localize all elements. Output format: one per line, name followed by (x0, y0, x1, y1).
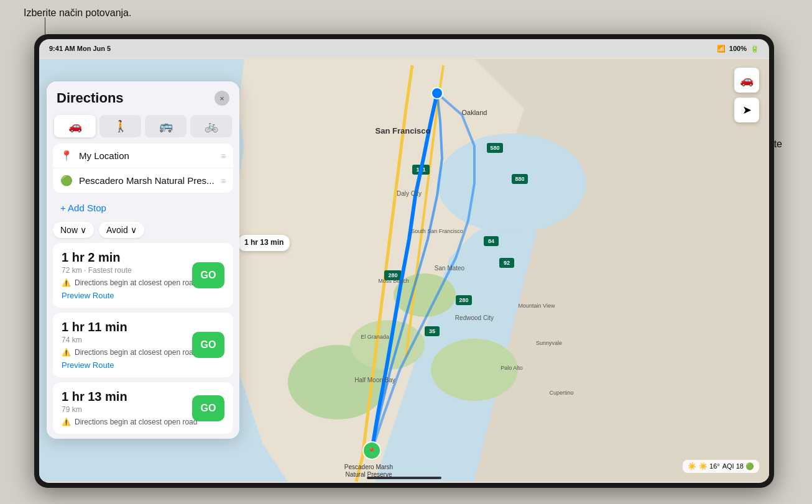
wifi-icon: 📶 (717, 45, 726, 53)
map-location-button[interactable]: ➤ (734, 98, 759, 122)
waypoint-start-handle: ≡ (221, 151, 226, 161)
svg-point-7 (437, 134, 586, 233)
weather-icon: ☀️ (688, 462, 696, 470)
svg-text:San Mateo: San Mateo (435, 265, 465, 272)
status-time: 9:41 AM Mon Jun 5 (49, 45, 111, 52)
svg-text:Pescadero Marsh: Pescadero Marsh (344, 464, 393, 470)
svg-text:El Granada: El Granada (361, 334, 389, 340)
waypoint-end-icon: 🟢 (60, 175, 73, 186)
status-bar: 9:41 AM Mon Jun 5 📶 100% 🔋 (39, 39, 769, 58)
battery-label: 100% (729, 45, 747, 52)
warning-icon-0: ⚠️ (62, 278, 71, 287)
svg-text:580: 580 (490, 145, 499, 151)
preview-link-0[interactable]: Preview Route (62, 291, 224, 300)
waypoint-end-handle: ≡ (221, 176, 226, 186)
home-indicator (367, 477, 441, 479)
warning-icon-2: ⚠️ (62, 418, 71, 426)
svg-text:880: 880 (515, 176, 524, 182)
weather-badge: ☀️ ☀️ 16° AQI 18 🟢 (683, 460, 759, 473)
ipad-screen: 9:41 AM Mon Jun 5 📶 100% 🔋 (39, 39, 769, 483)
svg-text:92: 92 (504, 260, 510, 266)
tab-car[interactable]: 🚗 (54, 115, 96, 137)
tab-walk[interactable]: 🚶 (99, 115, 141, 137)
waypoints-container: 📍 My Location ≡ 🟢 Pescadero Marsh Natura… (53, 144, 233, 193)
add-stop-button[interactable]: + Add Stop (47, 198, 239, 219)
preview-link-1[interactable]: Preview Route (62, 360, 224, 370)
svg-text:Moss Beach: Moss Beach (378, 278, 409, 284)
svg-text:35: 35 (429, 328, 435, 334)
waypoint-end-label: Pescadero Marsh Natural Pres... (79, 175, 215, 186)
go-button-1[interactable]: GO (192, 332, 224, 358)
weather-temp: ☀️ 16° (699, 462, 720, 470)
svg-text:Mountain View: Mountain View (519, 303, 555, 309)
warning-text-2: Directions begin at closest open road (75, 418, 197, 426)
battery-icon: 🔋 (750, 45, 759, 53)
svg-text:Sunnyvale: Sunnyvale (536, 340, 562, 346)
options-row: Now ∨ Avoid ∨ (47, 219, 239, 243)
warning-text-1: Directions begin at closest open road (75, 348, 197, 357)
svg-text:Palo Alto: Palo Alto (501, 365, 523, 371)
route-card-1: 1 hr 11 min 74 km ⚠️ Directions begin at… (53, 313, 233, 377)
directions-panel: Directions × 🚗 🚶 🚌 🚲 📍 My Location ≡ (47, 81, 239, 439)
go-button-2[interactable]: GO (192, 395, 224, 421)
route-card-0: 1 hr 2 min 72 km · Fastest route ⚠️ Dire… (53, 243, 233, 308)
map-car-button[interactable]: 🚗 (734, 68, 759, 93)
svg-text:San Francisco: San Francisco (376, 126, 431, 135)
go-button-0[interactable]: GO (192, 262, 224, 288)
avoid-option[interactable]: Avoid ∨ (99, 222, 144, 238)
panel-header: Directions × (47, 81, 239, 112)
svg-text:Half Moon Bay: Half Moon Bay (354, 377, 395, 383)
annotation-top: Izberite način potovanja. (24, 7, 131, 19)
map-area: 101 280 📍 San Francisco Oakland (39, 58, 769, 483)
svg-text:280: 280 (459, 297, 468, 303)
waypoint-start-icon: 📍 (60, 150, 73, 162)
svg-text:South San Francisco: South San Francisco (411, 228, 463, 234)
close-button[interactable]: × (215, 91, 229, 106)
waypoint-start-label: My Location (79, 150, 215, 161)
svg-text:84: 84 (488, 238, 494, 244)
svg-text:📍: 📍 (367, 447, 376, 456)
transport-tabs: 🚗 🚶 🚌 🚲 (47, 112, 239, 144)
svg-point-12 (431, 88, 443, 99)
aqi-label: AQI 18 🟢 (722, 462, 754, 470)
add-stop-label: + Add Stop (60, 203, 106, 213)
now-option[interactable]: Now ∨ (53, 222, 94, 238)
ipad-frame: 9:41 AM Mon Jun 5 📶 100% 🔋 (34, 34, 774, 488)
svg-text:Redwood City: Redwood City (455, 314, 494, 321)
waypoint-end[interactable]: 🟢 Pescadero Marsh Natural Pres... ≡ (53, 168, 233, 193)
svg-text:Daly City: Daly City (397, 190, 422, 197)
warning-text-0: Directions begin at closest open road (75, 278, 197, 287)
waypoint-start[interactable]: 📍 My Location ≡ (53, 144, 233, 168)
route-bubble-2[interactable]: 1 hr 13 min (238, 235, 290, 251)
tab-bike[interactable]: 🚲 (190, 115, 232, 137)
svg-text:Oakland: Oakland (462, 109, 487, 116)
route-card-2: 1 hr 13 min 79 km ⚠️ Directions begin at… (53, 382, 233, 434)
map-controls: 🚗 ➤ (734, 68, 759, 122)
warning-icon-1: ⚠️ (62, 348, 71, 357)
tab-transit[interactable]: 🚌 (145, 115, 187, 137)
panel-title: Directions (57, 90, 124, 106)
status-right: 📶 100% 🔋 (717, 45, 759, 53)
svg-text:Cupertino: Cupertino (549, 390, 573, 396)
